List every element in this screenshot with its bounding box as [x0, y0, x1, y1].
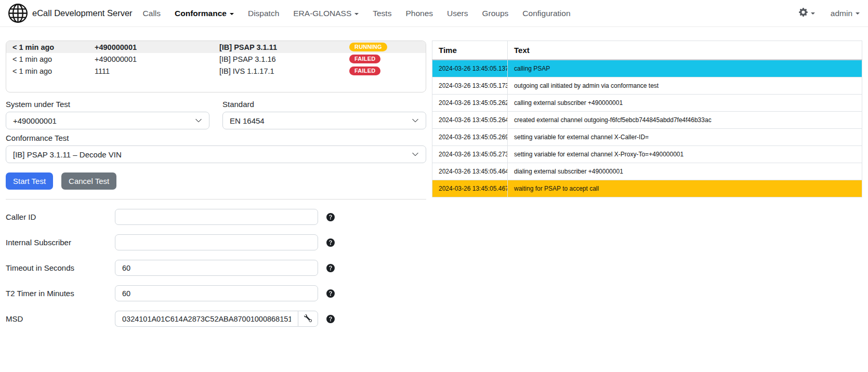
username: admin	[831, 9, 852, 18]
conformance-test-value: [IB] PSAP 3.1.11 – Decode VIN	[13, 150, 122, 159]
log-row: 2024-03-26 13:45:05.467waiting for PSAP …	[432, 180, 862, 197]
msd-input[interactable]	[115, 311, 298, 327]
internal-subscriber-label: Internal Subscriber	[6, 238, 115, 247]
test-parameters-form: Caller IDInternal SubscriberTimeout in S…	[6, 209, 426, 327]
t2-timer-in-minutes-label: T2 Timer in Minutes	[6, 289, 115, 298]
start-test-button[interactable]: Start Test	[6, 172, 53, 190]
log-time: 2024-03-26 13:45:05.262	[432, 95, 508, 112]
log-text: created external channel outgoing-f6fcf5…	[508, 112, 862, 129]
system-under-test-value: +490000001	[13, 116, 57, 125]
divider	[6, 199, 426, 200]
nav-item-label: Phones	[405, 9, 433, 18]
chevron-down-icon	[354, 13, 359, 15]
wrench-icon	[304, 314, 312, 324]
chevron-down-icon	[412, 151, 419, 158]
nav-item-dispatch[interactable]: Dispatch	[248, 9, 279, 18]
log-row: 2024-03-26 13:45:05.264created external …	[432, 112, 862, 129]
test-subscriber: +490000001	[95, 55, 219, 63]
nav-item-label: Groups	[482, 9, 509, 18]
system-under-test-label: System under Test	[6, 100, 209, 109]
internal-subscriber-row: Internal Subscriber	[6, 234, 426, 250]
log-row: 2024-03-26 13:45:05.262calling external …	[432, 95, 862, 112]
caller-id-input[interactable]	[115, 209, 318, 225]
t2-timer-in-minutes-input[interactable]	[115, 285, 318, 301]
nav-item-label: Tests	[373, 9, 391, 18]
nav-item-configuration[interactable]: Configuration	[522, 9, 570, 18]
chevron-down-icon	[412, 117, 419, 124]
nav-item-era-glonass[interactable]: ERA-GLONASS	[293, 9, 359, 18]
t2-timer-in-minutes-input-group	[115, 285, 318, 301]
log-row: 2024-03-26 13:45:05.269setting variable …	[432, 129, 862, 146]
log-time: 2024-03-26 13:45:05.264	[432, 112, 508, 129]
standard-select[interactable]: EN 16454	[222, 112, 426, 129]
log-time: 2024-03-26 13:45:05.273	[432, 146, 508, 163]
log-time: 2024-03-26 13:45:05.173	[432, 77, 508, 95]
test-name: [IB] PSAP 3.1.16	[219, 55, 349, 63]
standard-value: EN 16454	[230, 116, 265, 125]
nav-item-groups[interactable]: Groups	[482, 9, 509, 18]
test-time: < 1 min ago	[12, 67, 95, 75]
help-icon[interactable]	[326, 238, 335, 247]
log-row: 2024-03-26 13:45:05.137calling PSAP	[432, 60, 862, 77]
caller-id-row: Caller ID	[6, 209, 426, 225]
gear-icon	[799, 8, 808, 19]
timeout-in-seconds-input[interactable]	[115, 260, 318, 276]
nav-item-label: Calls	[143, 9, 161, 18]
chevron-down-icon	[856, 12, 860, 15]
nav-item-phones[interactable]: Phones	[405, 9, 433, 18]
msd-edit-button[interactable]	[298, 311, 318, 327]
internal-subscriber-input-group	[115, 234, 318, 250]
msd-label: MSD	[6, 314, 115, 323]
nav-item-label: Conformance	[175, 9, 227, 18]
cancel-test-button[interactable]: Cancel Test	[61, 172, 116, 190]
app-title[interactable]: eCall Development Server	[32, 8, 133, 18]
status-badge: RUNNING	[349, 43, 387, 51]
help-icon[interactable]	[326, 315, 335, 323]
t2-timer-in-minutes-row: T2 Timer in Minutes	[6, 285, 426, 301]
test-list-row[interactable]: < 1 min ago1111[IB] IVS 1.1.17.1FAILED	[6, 65, 426, 77]
nav-right: admin	[799, 8, 860, 19]
msd-row: MSD	[6, 311, 426, 327]
standard-label: Standard	[222, 100, 426, 109]
timeout-in-seconds-label: Timeout in Seconds	[6, 263, 115, 272]
help-icon[interactable]	[326, 289, 335, 298]
test-time: < 1 min ago	[12, 43, 95, 51]
log-text: dialing external subscriber +490000001	[508, 163, 862, 180]
log-row: 2024-03-26 13:45:05.273setting variable …	[432, 146, 862, 163]
nav-item-users[interactable]: Users	[447, 9, 468, 18]
system-under-test-select[interactable]: +490000001	[6, 112, 209, 129]
user-menu[interactable]: admin	[831, 9, 860, 18]
button-row: Start Test Cancel Test	[6, 172, 426, 190]
internal-subscriber-input[interactable]	[115, 234, 318, 250]
conformance-test-select[interactable]: [IB] PSAP 3.1.11 – Decode VIN	[6, 145, 426, 163]
test-list-row[interactable]: < 1 min ago+490000001[IB] PSAP 3.1.11RUN…	[6, 41, 426, 53]
log-text: waiting for PSAP to accept call	[508, 180, 862, 197]
nav-item-tests[interactable]: Tests	[373, 9, 391, 18]
chevron-down-icon	[195, 117, 202, 124]
nav-item-conformance[interactable]: Conformance	[175, 9, 234, 18]
log-text: outgoing call initiated by admin via con…	[508, 77, 862, 95]
select-row: System under Test +490000001 Standard EN…	[6, 96, 426, 129]
test-name: [IB] IVS 1.1.17.1	[219, 67, 349, 75]
log-row: 2024-03-26 13:45:05.464dialing external …	[432, 163, 862, 180]
top-navbar: eCall Development Server CallsConformanc…	[0, 0, 868, 27]
caller-id-input-group	[115, 209, 318, 225]
log-text: setting variable for external channel X-…	[508, 146, 862, 163]
status-badge: FAILED	[349, 55, 380, 63]
timeout-in-seconds-row: Timeout in Seconds	[6, 260, 426, 276]
app-logo-globe-icon	[8, 4, 28, 23]
nav-item-label: Dispatch	[248, 9, 279, 18]
log-text: setting variable for external channel X-…	[508, 129, 862, 146]
recent-tests-list: < 1 min ago+490000001[IB] PSAP 3.1.11RUN…	[6, 41, 426, 92]
status-badge: FAILED	[349, 67, 380, 75]
test-subscriber: 1111	[95, 67, 219, 75]
nav-item-label: Configuration	[522, 9, 570, 18]
log-row: 2024-03-26 13:45:05.173outgoing call ini…	[432, 77, 862, 95]
test-list-row[interactable]: < 1 min ago+490000001[IB] PSAP 3.1.16FAI…	[6, 53, 426, 65]
log-column-time: Time	[432, 41, 508, 60]
help-icon[interactable]	[326, 213, 335, 221]
conformance-panel: < 1 min ago+490000001[IB] PSAP 3.1.11RUN…	[6, 41, 426, 327]
help-icon[interactable]	[326, 264, 335, 272]
settings-menu[interactable]	[799, 8, 815, 19]
nav-item-calls[interactable]: Calls	[143, 9, 161, 18]
